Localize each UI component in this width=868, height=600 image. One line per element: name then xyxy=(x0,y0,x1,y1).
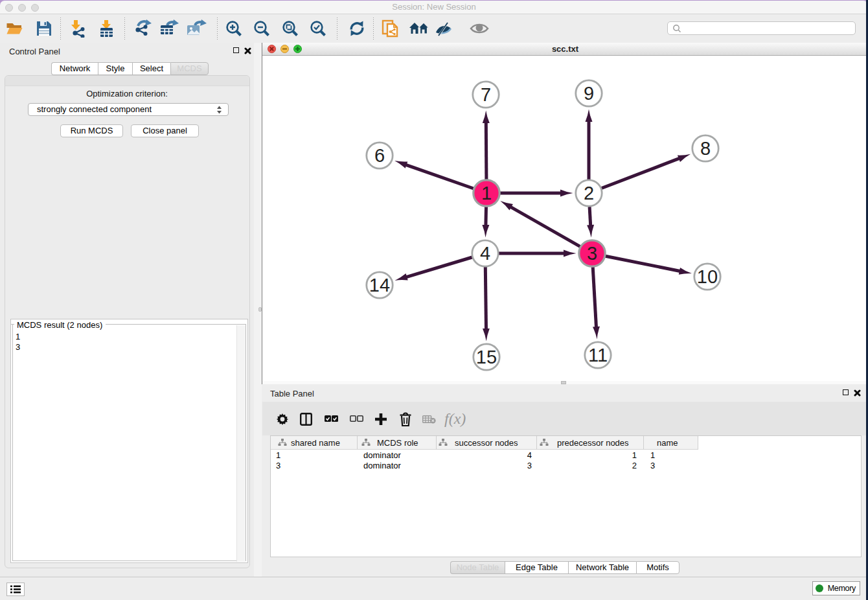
svg-text:8: 8 xyxy=(700,138,711,159)
svg-text:9: 9 xyxy=(584,83,594,104)
svg-text:1: 1 xyxy=(481,183,492,203)
svg-text:15: 15 xyxy=(476,347,497,367)
svg-text:3: 3 xyxy=(587,243,597,264)
svg-text:2: 2 xyxy=(584,183,594,203)
svg-text:10: 10 xyxy=(697,266,718,287)
svg-text:6: 6 xyxy=(374,145,385,166)
svg-text:11: 11 xyxy=(588,345,608,365)
svg-text:14: 14 xyxy=(369,275,390,295)
svg-text:7: 7 xyxy=(481,84,491,105)
svg-text:4: 4 xyxy=(480,243,490,264)
